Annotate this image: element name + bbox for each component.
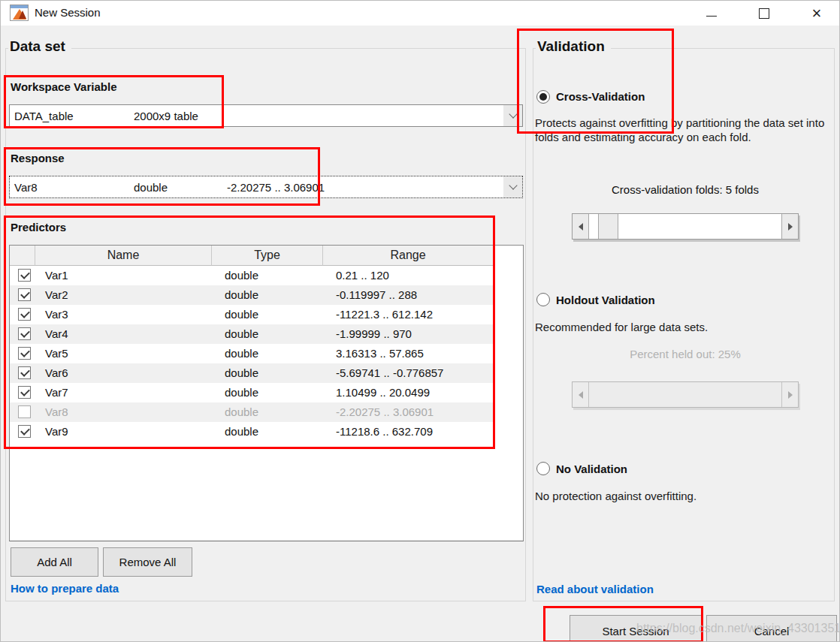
cell-type: double: [225, 386, 258, 399]
cell-type: double: [225, 308, 258, 321]
cell-type: double: [225, 425, 258, 438]
holdout-validation-description: Recommended for large data sets.: [535, 320, 837, 334]
chevron-down-icon: [509, 110, 517, 118]
table-row[interactable]: Var8 double -2.20275 .. 3.06901: [10, 402, 494, 422]
row-checkbox[interactable]: [18, 347, 31, 360]
start-session-button[interactable]: Start Session: [570, 615, 702, 642]
arrow-right-icon: [788, 391, 793, 399]
cell-name: Var2: [45, 288, 68, 301]
cell-range: -11218.6 .. 632.709: [336, 425, 433, 438]
cell-name: Var8: [45, 405, 68, 418]
cell-name: Var6: [45, 366, 68, 379]
predictors-table-header: Name Type Range: [10, 246, 494, 266]
add-all-button[interactable]: Add All: [11, 547, 98, 577]
cell-range: 0.21 .. 120: [336, 269, 389, 282]
chevron-down-icon: [509, 181, 517, 189]
table-row[interactable]: Var6 double -5.69741 .. -0.776857: [10, 363, 494, 383]
cell-range: -11221.3 .. 612.142: [336, 308, 433, 321]
cell-name: Var7: [45, 386, 68, 399]
response-dropdown[interactable]: Var8 double -2.20275 .. 3.06901: [9, 176, 523, 198]
slider-left-arrow[interactable]: [573, 214, 589, 239]
cell-type: double: [225, 405, 258, 418]
response-range: -2.20275 .. 3.06901: [227, 181, 325, 194]
cross-validation-radio[interactable]: [536, 90, 550, 104]
cross-validation-label[interactable]: Cross-Validation: [556, 90, 645, 103]
table-row[interactable]: Var7 double 1.10499 .. 20.0499: [10, 383, 494, 402]
read-about-validation-link[interactable]: Read about validation: [536, 583, 654, 595]
response-label: Response: [11, 152, 65, 164]
row-checkbox[interactable]: [18, 308, 31, 321]
maximize-button[interactable]: [751, 4, 777, 23]
holdout-validation-radio[interactable]: [536, 293, 550, 306]
how-to-prepare-data-link[interactable]: How to prepare data: [11, 582, 119, 595]
row-checkbox[interactable]: [18, 425, 31, 438]
cell-type: double: [225, 366, 258, 379]
table-row[interactable]: Var1 double 0.21 .. 120: [10, 266, 494, 285]
table-row[interactable]: Var4 double -1.99999 .. 970: [10, 324, 494, 344]
table-row[interactable]: Var3 double -11221.3 .. 612.142: [10, 305, 494, 324]
workspace-variable-dropdown[interactable]: DATA_table 2000x9 table: [9, 104, 523, 127]
cell-name: Var9: [45, 425, 68, 438]
close-icon: ×: [812, 6, 822, 21]
workspace-variable-dropdown-button[interactable]: [503, 105, 522, 126]
slider-right-arrow[interactable]: [781, 214, 798, 239]
cell-range: 3.16313 .. 57.865: [336, 347, 424, 360]
new-session-dialog: New Session × Data set Workspace Variabl…: [0, 0, 840, 642]
holdout-validation-label[interactable]: Holdout Validation: [556, 294, 655, 306]
cell-type: double: [225, 327, 258, 340]
table-row[interactable]: Var5 double 3.16313 .. 57.865: [10, 344, 494, 363]
cell-name: Var3: [45, 308, 68, 321]
predictors-label: Predictors: [11, 221, 66, 234]
minimize-icon: [706, 16, 717, 17]
cell-range: 1.10499 .. 20.0499: [336, 386, 430, 399]
matlab-app-icon: [10, 5, 29, 21]
row-checkbox[interactable]: [18, 269, 31, 282]
cell-name: Var1: [45, 269, 68, 282]
header-type: Type: [212, 246, 323, 266]
table-row[interactable]: Var9 double -11218.6 .. 632.709: [10, 422, 494, 442]
arrow-left-icon: [579, 391, 583, 399]
response-name: Var8: [14, 181, 38, 194]
arrow-left-icon: [579, 223, 583, 231]
workspace-variable-label: Workspace Variable: [11, 80, 116, 93]
percent-held-out-slider: [572, 381, 799, 408]
window-title: New Session: [35, 6, 101, 19]
cross-validation-folds-slider[interactable]: [572, 213, 799, 240]
row-checkbox[interactable]: [18, 366, 31, 379]
title-bar: New Session ×: [1, 1, 840, 26]
dataset-group-title: Data set: [8, 38, 71, 55]
cell-name: Var4: [45, 327, 68, 340]
cell-type: double: [225, 269, 258, 282]
cell-range: -2.20275 .. 3.06901: [336, 405, 434, 418]
table-row[interactable]: Var2 double -0.119997 .. 288: [10, 285, 494, 305]
predictors-table: Name Type Range Var1 double 0.21 .. 120 …: [9, 245, 524, 541]
workspace-variable-name: DATA_table: [14, 110, 74, 122]
cell-type: double: [225, 347, 258, 360]
cell-range: -0.119997 .. 288: [336, 288, 417, 301]
arrow-right-icon: [788, 223, 793, 231]
cross-validation-description: Protects against overfitting by partitio…: [535, 116, 837, 144]
row-checkbox[interactable]: [18, 386, 31, 399]
remove-all-button[interactable]: Remove All: [103, 547, 192, 577]
validation-group-title: Validation: [536, 38, 611, 55]
header-range: Range: [323, 246, 494, 266]
cell-name: Var5: [45, 347, 68, 360]
header-name: Name: [35, 246, 212, 266]
close-button[interactable]: ×: [804, 4, 829, 23]
row-checkbox[interactable]: [18, 405, 31, 418]
cell-range: -5.69741 .. -0.776857: [336, 366, 443, 379]
minimize-button[interactable]: [699, 4, 724, 23]
slider-right-arrow: [781, 382, 798, 407]
response-type: double: [134, 181, 168, 194]
slider-thumb[interactable]: [598, 214, 618, 239]
response-dropdown-button[interactable]: [503, 176, 522, 197]
row-checkbox[interactable]: [18, 288, 31, 301]
header-checkbox-column: [10, 246, 35, 266]
no-validation-radio[interactable]: [536, 462, 550, 475]
percent-held-out-label: Percent held out: 25%: [572, 348, 799, 360]
cancel-button[interactable]: Cancel: [706, 615, 837, 642]
cell-range: -1.99999 .. 970: [336, 327, 412, 340]
row-checkbox[interactable]: [18, 327, 31, 340]
no-validation-label[interactable]: No Validation: [556, 463, 627, 475]
workspace-variable-summary: 2000x9 table: [134, 110, 198, 122]
